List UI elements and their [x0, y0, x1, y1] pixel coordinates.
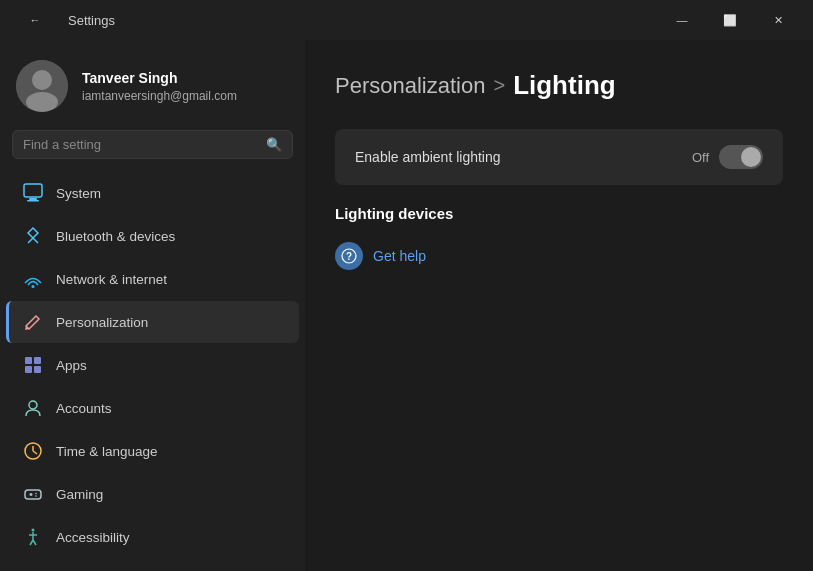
sidebar: Tanveer Singh iamtanveersingh@gmail.com … — [0, 40, 305, 571]
titlebar-title: Settings — [68, 13, 115, 28]
get-help-icon: ? — [335, 242, 363, 270]
svg-point-11 — [29, 401, 37, 409]
user-name: Tanveer Singh — [82, 70, 237, 86]
toggle-status-label: Off — [692, 150, 709, 165]
network-icon — [22, 268, 44, 290]
svg-rect-5 — [27, 200, 39, 202]
get-help-row: ? Get help — [335, 238, 783, 274]
gaming-icon — [22, 483, 44, 505]
svg-rect-9 — [25, 366, 32, 373]
minimize-button[interactable]: — — [659, 4, 705, 36]
titlebar-controls: — ⬜ ✕ — [659, 4, 801, 36]
sidebar-item-gaming[interactable]: Gaming — [6, 473, 299, 515]
lighting-devices-title: Lighting devices — [335, 205, 783, 222]
titlebar: ← Settings — ⬜ ✕ — [0, 0, 813, 40]
search-icon: 🔍 — [266, 137, 282, 152]
personalization-icon — [22, 311, 44, 333]
ambient-lighting-toggle[interactable] — [719, 145, 763, 169]
toggle-area: Off — [692, 145, 763, 169]
sidebar-item-accessibility[interactable]: Accessibility — [6, 516, 299, 558]
close-button[interactable]: ✕ — [755, 4, 801, 36]
svg-rect-7 — [25, 357, 32, 364]
svg-rect-4 — [29, 198, 37, 200]
sidebar-item-network-label: Network & internet — [56, 272, 167, 287]
maximize-button[interactable]: ⬜ — [707, 4, 753, 36]
bluetooth-icon — [22, 225, 44, 247]
sidebar-item-accounts[interactable]: Accounts — [6, 387, 299, 429]
sidebar-item-time-label: Time & language — [56, 444, 158, 459]
svg-text:?: ? — [346, 251, 352, 262]
accounts-icon — [22, 397, 44, 419]
sidebar-item-accessibility-label: Accessibility — [56, 530, 130, 545]
svg-point-18 — [35, 493, 37, 495]
sidebar-nav: System Bluetooth & devices Network & int… — [0, 171, 305, 559]
breadcrumb-current: Lighting — [513, 70, 616, 101]
svg-rect-15 — [25, 490, 41, 499]
breadcrumb-parent[interactable]: Personalization — [335, 73, 485, 99]
time-icon — [22, 440, 44, 462]
ambient-lighting-label: Enable ambient lighting — [355, 149, 501, 165]
sidebar-item-personalization-label: Personalization — [56, 315, 148, 330]
sidebar-item-gaming-label: Gaming — [56, 487, 103, 502]
search-input[interactable] — [23, 137, 258, 152]
svg-rect-3 — [24, 184, 42, 197]
system-icon — [22, 182, 44, 204]
user-email: iamtanveersingh@gmail.com — [82, 89, 237, 103]
back-button[interactable]: ← — [12, 4, 58, 36]
sidebar-item-system[interactable]: System — [6, 172, 299, 214]
breadcrumb: Personalization > Lighting — [335, 70, 783, 101]
user-section: Tanveer Singh iamtanveersingh@gmail.com — [0, 40, 305, 130]
content-area: Personalization > Lighting Enable ambien… — [305, 40, 813, 571]
avatar — [16, 60, 68, 112]
titlebar-left: ← Settings — [12, 4, 115, 36]
svg-point-1 — [32, 70, 52, 90]
apps-icon — [22, 354, 44, 376]
sidebar-item-accounts-label: Accounts — [56, 401, 112, 416]
svg-point-19 — [35, 495, 37, 497]
get-help-link[interactable]: Get help — [373, 248, 426, 264]
sidebar-item-personalization[interactable]: Personalization — [6, 301, 299, 343]
accessibility-icon — [22, 526, 44, 548]
sidebar-item-system-label: System — [56, 186, 101, 201]
ambient-lighting-card: Enable ambient lighting Off — [335, 129, 783, 185]
user-info: Tanveer Singh iamtanveersingh@gmail.com — [82, 70, 237, 103]
svg-point-6 — [32, 285, 35, 288]
sidebar-item-apps[interactable]: Apps — [6, 344, 299, 386]
sidebar-item-bluetooth[interactable]: Bluetooth & devices — [6, 215, 299, 257]
svg-rect-10 — [34, 366, 41, 373]
main-layout: Tanveer Singh iamtanveersingh@gmail.com … — [0, 40, 813, 571]
sidebar-item-network[interactable]: Network & internet — [6, 258, 299, 300]
sidebar-item-time[interactable]: Time & language — [6, 430, 299, 472]
svg-point-2 — [26, 92, 58, 112]
toggle-knob — [741, 147, 761, 167]
svg-point-20 — [32, 529, 35, 532]
svg-rect-8 — [34, 357, 41, 364]
sidebar-item-apps-label: Apps — [56, 358, 87, 373]
sidebar-item-bluetooth-label: Bluetooth & devices — [56, 229, 175, 244]
svg-line-14 — [33, 451, 37, 454]
breadcrumb-separator: > — [493, 74, 505, 97]
search-box[interactable]: 🔍 — [12, 130, 293, 159]
